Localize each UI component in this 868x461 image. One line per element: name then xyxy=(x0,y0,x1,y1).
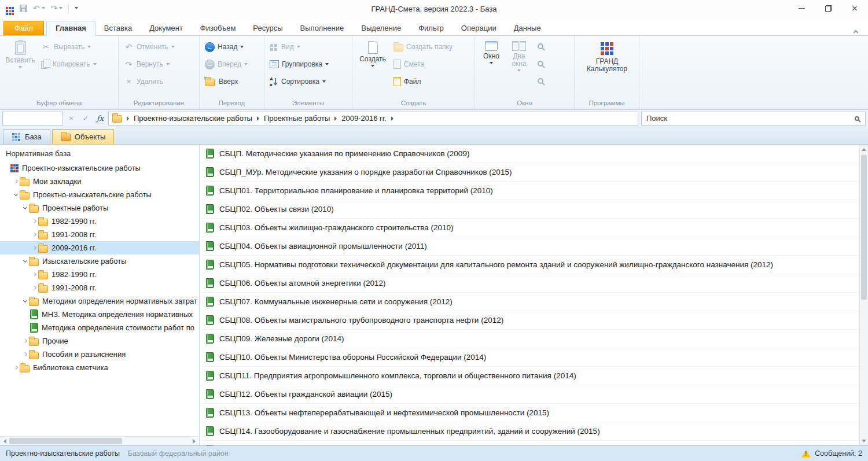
tab-insert[interactable]: Вставка xyxy=(95,21,141,35)
list-item[interactable]: СБЦП11. Предприятия агропромышленного ко… xyxy=(200,367,859,385)
minimize-button[interactable] xyxy=(788,0,815,17)
list-item[interactable]: СБЦП12. Объекты гражданской авиации (201… xyxy=(200,385,859,404)
cut-button[interactable]: ✂ Вырезать xyxy=(38,40,100,54)
chevron-right-icon[interactable] xyxy=(30,244,38,252)
tree-item[interactable]: 1982-1990 гг. xyxy=(0,268,199,281)
list-item[interactable]: СБЦП03. Объекты жилищно-гражданского стр… xyxy=(200,219,859,237)
tab-base[interactable]: База xyxy=(3,129,50,144)
forward-button[interactable]: → Вперед xyxy=(202,57,251,71)
grand-calculator-button[interactable]: ГРАНДКалькулятор xyxy=(580,38,634,73)
sorting-button[interactable]: Сортировка xyxy=(267,75,332,88)
tab-resources[interactable]: Ресурсы xyxy=(244,21,291,35)
tree-item[interactable]: Прочие xyxy=(0,334,199,348)
zoom-button-3[interactable] xyxy=(533,75,550,88)
list-item[interactable]: СБЦП15. … (2015) xyxy=(200,441,859,445)
zoom-button-2[interactable] xyxy=(533,57,550,71)
tree-item[interactable]: 1991-2008 гг. xyxy=(0,228,199,241)
chevron-right-icon[interactable] xyxy=(21,351,29,359)
list-item[interactable]: СБЦП_МУр. Методические указания о порядк… xyxy=(200,163,859,182)
search-input[interactable] xyxy=(646,114,855,123)
tab-selection[interactable]: Выделение xyxy=(352,21,410,35)
list-item[interactable]: СБЦП. Методические указания по применени… xyxy=(200,145,859,163)
create-file-button[interactable]: Файл xyxy=(391,75,455,88)
zoom-button-1[interactable] xyxy=(533,40,550,54)
chevron-down-icon[interactable] xyxy=(21,297,29,305)
tab-physical-volume[interactable]: Физобъем xyxy=(192,21,245,35)
tree-item[interactable]: Проектно-изыскательские работы xyxy=(0,188,199,201)
cancel-button[interactable]: × xyxy=(65,112,78,125)
tab-filter[interactable]: Фильтр xyxy=(410,21,453,35)
scrollbar-thumb[interactable] xyxy=(9,438,122,444)
undo-button[interactable]: ↶ xyxy=(33,4,45,12)
chevron-down-icon[interactable] xyxy=(21,257,29,265)
breadcrumb-item[interactable]: 2009-2016 гг. xyxy=(341,114,386,123)
chevron-right-icon[interactable] xyxy=(12,178,20,186)
list-item[interactable]: СБЦП04. Объекты авиационной промышленнос… xyxy=(200,237,859,256)
scroll-left-button[interactable] xyxy=(0,437,9,445)
redo-button[interactable]: ↷ xyxy=(51,4,63,12)
horizontal-scrollbar[interactable] xyxy=(0,436,198,445)
accept-button[interactable]: ✓ xyxy=(79,112,92,125)
back-button[interactable]: ← Назад xyxy=(202,40,251,54)
collapse-ribbon-button[interactable] xyxy=(854,27,862,32)
copy-button[interactable]: Копировать xyxy=(38,57,100,71)
redo-action-button[interactable]: ↷ Вернуть xyxy=(121,57,178,71)
list-item[interactable]: СБЦП06. Объекты атомной энергетики (2012… xyxy=(200,274,859,293)
list-item[interactable]: СБЦП10. Объекты Министерства обороны Рос… xyxy=(200,348,859,367)
list-item[interactable]: СБЦП08. Объекты магистрального трубопров… xyxy=(200,311,859,330)
search-icon[interactable] xyxy=(855,116,859,121)
tab-objects[interactable]: Объекты xyxy=(52,129,115,144)
fx-button[interactable]: ƒx xyxy=(94,112,106,125)
chevron-down-icon[interactable] xyxy=(21,204,29,212)
tree-item[interactable]: Изыскательские работы xyxy=(0,255,199,268)
grouping-button[interactable]: Группировка xyxy=(267,57,332,71)
breadcrumb-item[interactable]: Проектно-изыскательские работы xyxy=(134,114,252,123)
scrollbar-thumb[interactable] xyxy=(861,155,867,300)
tree-item[interactable]: Пособия и разъяснения xyxy=(0,348,199,361)
undo-action-button[interactable]: ↶ Отменить xyxy=(121,40,178,54)
tree-item[interactable]: Мои закладки xyxy=(0,175,199,188)
list-item[interactable]: СБЦП02. Объекты связи (2010) xyxy=(200,200,859,219)
scroll-up-button[interactable] xyxy=(860,145,868,154)
close-button[interactable]: × xyxy=(841,0,868,17)
list-item[interactable]: СБЦП05. Нормативы подготовки технической… xyxy=(200,256,859,274)
chevron-right-icon[interactable] xyxy=(30,271,38,279)
delete-button[interactable]: × Удалить xyxy=(121,75,178,88)
tree-item[interactable]: Методики определения нормативных затрат xyxy=(0,294,199,308)
tab-file[interactable]: Файл xyxy=(3,21,44,35)
view-button[interactable]: Вид xyxy=(267,40,332,54)
list-item[interactable]: СБЦП13. Объекты нефтеперерабатывающей и … xyxy=(200,404,859,422)
tree-item[interactable]: 1982-1990 гг. xyxy=(0,215,199,228)
tree-item[interactable]: 1991-2008 гг. xyxy=(0,281,199,294)
paste-button[interactable]: Вставить xyxy=(2,38,38,68)
chevron-right-icon[interactable] xyxy=(21,337,29,345)
vertical-scrollbar[interactable] xyxy=(859,145,868,445)
status-messages-button[interactable]: Сообщений: 2 xyxy=(801,449,862,458)
list-item[interactable]: СБЦП07. Коммунальные инженерные сети и с… xyxy=(200,293,859,311)
scroll-right-button[interactable] xyxy=(189,437,198,445)
tab-operations[interactable]: Операции xyxy=(453,21,505,35)
create-button[interactable]: Создать xyxy=(355,38,391,67)
create-estimate-button[interactable]: Смета xyxy=(391,57,455,71)
tab-data[interactable]: Данные xyxy=(505,21,550,35)
two-windows-button[interactable]: Два окна xyxy=(505,38,533,72)
chevron-right-icon[interactable] xyxy=(30,217,38,226)
tree-item[interactable]: Методика определения стоимости работ по xyxy=(0,321,199,334)
window-button[interactable]: Окно xyxy=(477,38,505,64)
restore-button[interactable] xyxy=(815,0,841,17)
list-item[interactable]: СБЦП09. Железные дороги (2014) xyxy=(200,330,859,348)
tree-item-selected[interactable]: 2009-2016 гг. xyxy=(0,241,199,255)
list-item[interactable]: СБЦП14. Газооборудование и газоснабжение… xyxy=(200,422,859,441)
tab-execution[interactable]: Выполнение xyxy=(292,21,353,35)
tree-item[interactable]: Проектно-изыскательские работы xyxy=(0,161,199,175)
chevron-right-icon[interactable] xyxy=(12,364,20,372)
tree-item[interactable]: Проектные работы xyxy=(0,201,199,215)
create-folder-button[interactable]: Создать папку xyxy=(391,40,455,54)
tab-home[interactable]: Главная xyxy=(46,21,95,36)
save-button[interactable] xyxy=(20,5,27,12)
scroll-down-button[interactable] xyxy=(860,436,868,445)
up-button[interactable]: ↑ Вверх xyxy=(202,75,251,88)
chevron-right-icon[interactable] xyxy=(30,284,38,292)
chevron-down-icon[interactable] xyxy=(12,191,20,199)
tree-item[interactable]: Библиотека сметчика xyxy=(0,361,199,374)
